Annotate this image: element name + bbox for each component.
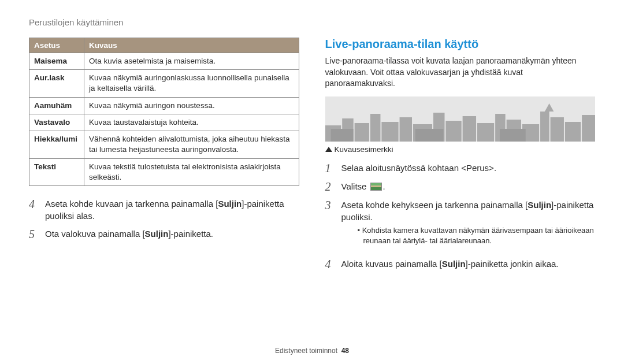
step-3-subnote: Kohdista kamera kuvattavan näkymän ääriv… [350, 225, 596, 246]
step-number: 2 [325, 180, 336, 193]
svg-rect-5 [381, 122, 398, 142]
th-description: Kuvaus [84, 38, 299, 53]
section-title: Live-panoraama-tilan käyttö [325, 38, 596, 51]
svg-rect-20 [330, 129, 353, 142]
table-row: AamuhämKuvaa näkymiä auringon noustessa. [29, 97, 299, 114]
svg-rect-11 [477, 123, 493, 142]
svg-rect-9 [445, 121, 461, 142]
panorama-example-image [325, 96, 596, 142]
step-number: 4 [29, 198, 39, 222]
table-row: VastavaloKuvaa taustavalaistuja kohteita… [29, 114, 299, 131]
table-row: MaisemaOta kuvia asetelmista ja maisemis… [29, 53, 299, 70]
step-number: 5 [29, 228, 39, 240]
step-number: 1 [325, 162, 336, 174]
svg-rect-17 [550, 117, 563, 142]
table-row: TekstiKuvaa tekstiä tulostetuista tai el… [29, 158, 299, 185]
svg-rect-18 [564, 122, 580, 142]
step-number: 4 [325, 258, 336, 270]
table-row: Aur.laskKuvaa näkymiä auringonlaskussa l… [29, 70, 299, 97]
table-row: Hiekka/lumiVähennä kohteiden alivalottum… [29, 131, 299, 158]
svg-rect-19 [582, 115, 595, 142]
triangle-up-icon [325, 147, 332, 152]
step-3-right: 3 Aseta kohde kehykseen ja tarkenna pain… [325, 199, 596, 252]
step-2-right: 2 Valitse . [325, 180, 596, 193]
step-5-left: 5 Ota valokuva painamalla [Suljin]-paini… [29, 228, 299, 240]
step-1-right: 1 Selaa aloitusnäytössä kohtaan <Perus>. [325, 162, 596, 174]
left-column: Asetus Kuvaus MaisemaOta kuvia asetelmis… [29, 38, 299, 276]
svg-rect-10 [462, 116, 476, 142]
step-number: 3 [325, 199, 336, 252]
step-4-right: 4 Aloita kuvaus painamalla [Suljin]-pain… [325, 258, 596, 270]
step-4-left: 4 Aseta kohde kuvaan ja tarkenna painama… [29, 198, 299, 222]
intro-paragraph: Live-panoraama-tilassa voit kuvata laaja… [325, 55, 596, 90]
panorama-caption: Kuvausesimerkki [325, 145, 596, 154]
settings-table: Asetus Kuvaus MaisemaOta kuvia asetelmis… [29, 38, 299, 186]
svg-rect-22 [499, 129, 525, 142]
svg-rect-3 [354, 123, 369, 142]
breadcrumb: Perustilojen käyttäminen [29, 17, 595, 27]
svg-rect-15 [540, 112, 549, 142]
svg-rect-6 [399, 117, 411, 142]
svg-rect-4 [370, 114, 380, 142]
th-setting: Asetus [29, 38, 84, 53]
page-footer: Edistyneet toiminnot 48 [0, 347, 624, 355]
svg-rect-21 [415, 129, 443, 142]
right-column: Live-panoraama-tilan käyttö Live-panoraa… [325, 38, 596, 276]
panorama-mode-icon [370, 183, 382, 191]
